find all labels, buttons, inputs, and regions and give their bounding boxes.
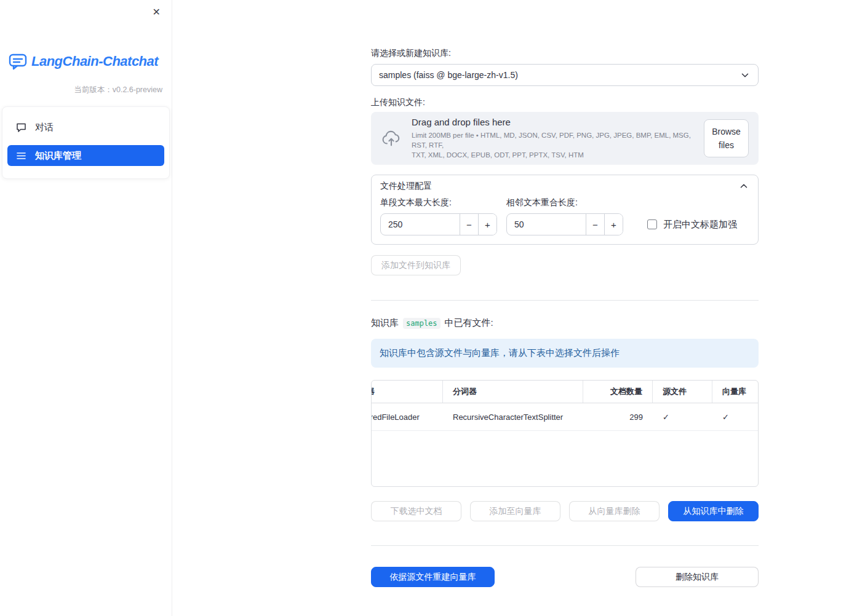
chat-bubble-icon (16, 122, 26, 133)
divider (371, 300, 759, 301)
cell-doc-count: 299 (583, 403, 653, 430)
browse-files-button[interactable]: Browse files (704, 119, 749, 158)
expander-title: 文件处理配置 (380, 181, 432, 192)
main-area: 请选择或新建知识库: samples (faiss @ bge-large-zh… (172, 0, 849, 616)
expander-body: 单段文本最大长度: 250 − + 相邻文本重合长度: 50 − (372, 197, 758, 244)
chevron-up-icon (738, 181, 749, 192)
add-files-button[interactable]: 添加文件到知识库 (371, 255, 461, 275)
table-header: 文档加载器 分词器 文档数量 源文件 向量库 (372, 381, 758, 403)
sidebar-menu: 对话 知识库管理 (2, 106, 170, 179)
cell-source-check: ✓ (653, 403, 712, 430)
column-header-loader: 文档加载器 (372, 381, 443, 403)
uploader-label: 上传知识文件: (371, 97, 759, 108)
column-header-vector: 向量库 (712, 381, 759, 403)
chunk-size-stepper: 250 − + (380, 213, 497, 235)
app-title: LangChain-Chatchat (31, 53, 158, 69)
zh-title-checkbox-label: 开启中文标题加强 (663, 219, 737, 231)
dropzone-hint: Limit 200MB per file • HTML, MD, JSON, C… (412, 130, 704, 160)
column-header-doc-count: 文档数量 (583, 381, 653, 403)
dropzone-title: Drag and drop files here (412, 117, 704, 127)
rebuild-vector-store-button[interactable]: 依据源文件重建向量库 (371, 567, 495, 587)
decrement-button[interactable]: − (460, 214, 478, 235)
sidebar-item-knowledge-base[interactable]: 知识库管理 (7, 145, 164, 166)
overlap-size-stepper: 50 − + (506, 213, 623, 235)
info-banner: 知识库中包含源文件与向量库，请从下表中选择文件后操作 (371, 339, 759, 368)
file-config-expander: 文件处理配置 单段文本最大长度: 250 − (371, 175, 759, 245)
overlap-size-input[interactable]: 50 (507, 214, 586, 235)
dropzone-text: Drag and drop files here Limit 200MB per… (412, 117, 704, 160)
column-header-splitter: 分词器 (443, 381, 583, 403)
delete-from-vector-button[interactable]: 从向量库删除 (569, 501, 660, 521)
zh-title-checkbox[interactable]: 开启中文标题加强 (647, 213, 737, 235)
expander-header[interactable]: 文件处理配置 (372, 175, 758, 197)
table-row[interactable]: UnstructuredFileLoader RecursiveCharacte… (372, 403, 758, 431)
cell-vector-check: ✓ (712, 403, 759, 430)
add-to-vector-button[interactable]: 添加至向量库 (470, 501, 560, 521)
increment-button[interactable]: + (604, 214, 623, 235)
chevron-down-icon (739, 69, 751, 81)
kb-select-value: samples (faiss @ bge-large-zh-v1.5) (379, 70, 518, 80)
list-icon (16, 151, 26, 161)
sidebar-item-label: 对话 (35, 122, 54, 133)
overlap-size-label: 相邻文本重合长度: (506, 197, 623, 208)
app-logo: LangChain-Chatchat (8, 52, 164, 71)
file-actions: 下载选中文档 添加至向量库 从向量库删除 从知识库中删除 (371, 501, 759, 521)
download-selected-button[interactable]: 下载选中文档 (371, 501, 461, 521)
kb-select[interactable]: samples (faiss @ bge-large-zh-v1.5) (371, 64, 759, 86)
sidebar-item-label: 知识库管理 (35, 150, 81, 162)
sidebar-close-icon[interactable]: ✕ (150, 5, 163, 20)
cell-splitter: RecursiveCharacterTextSplitter (443, 403, 583, 430)
cloud-upload-icon (381, 128, 402, 149)
column-header-source: 源文件 (653, 381, 712, 403)
chunk-size-label: 单段文本最大长度: (380, 197, 497, 208)
sidebar: ✕ LangChain-Chatchat 当前版本：v0.2.6-preview (0, 0, 172, 616)
kb-bottom-actions: 依据源文件重建向量库 删除知识库 (371, 567, 759, 587)
decrement-button[interactable]: − (586, 214, 604, 235)
delete-from-kb-button[interactable]: 从知识库中删除 (668, 501, 759, 521)
kb-files-heading: 知识库 samples 中已有文件: (371, 317, 759, 329)
checkbox-icon (647, 219, 657, 229)
chat-logo-icon (8, 52, 28, 71)
divider (371, 545, 759, 546)
increment-button[interactable]: + (478, 214, 496, 235)
delete-kb-button[interactable]: 删除知识库 (636, 567, 759, 587)
kb-name-code: samples (403, 318, 440, 329)
app-window: ✕ LangChain-Chatchat 当前版本：v0.2.6-preview (0, 0, 849, 616)
chunk-size-input[interactable]: 250 (381, 214, 460, 235)
sidebar-item-chat[interactable]: 对话 (7, 117, 164, 138)
version-label: 当前版本：v0.2.6-preview (0, 85, 172, 95)
kb-select-label: 请选择或新建知识库: (371, 48, 759, 59)
cell-loader: UnstructuredFileLoader (372, 403, 443, 430)
file-dropzone[interactable]: Drag and drop files here Limit 200MB per… (371, 112, 759, 165)
kb-files-table[interactable]: 文档加载器 分词器 文档数量 源文件 向量库 UnstructuredFileL… (371, 380, 759, 487)
